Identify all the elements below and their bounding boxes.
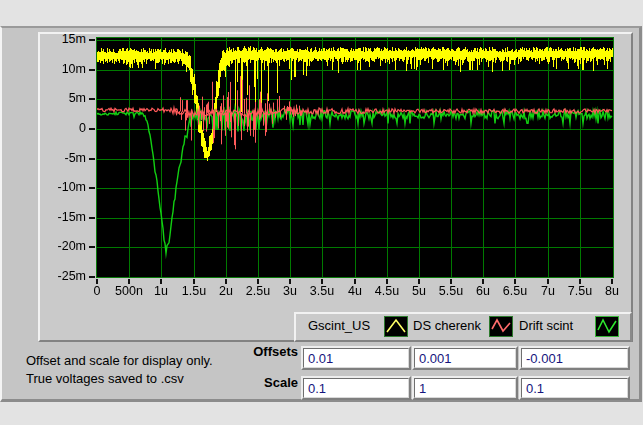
red-line-icon — [490, 317, 512, 336]
legend-plot-glyph-gscint-us[interactable] — [384, 316, 408, 337]
scale-input-ds-cherenk[interactable] — [414, 378, 516, 398]
y-tick-label: -20m — [30, 239, 86, 255]
offset-input-ds-cherenk[interactable] — [414, 348, 516, 368]
offset-input-gscint-us[interactable] — [303, 348, 409, 368]
display-note: Offset and scale for display only. True … — [26, 352, 213, 388]
x-tick-label: 8u — [590, 284, 634, 299]
y-tick-label: -25m — [30, 269, 86, 285]
note-line-1: Offset and scale for display only. — [26, 352, 213, 370]
legend-label-drift-scint[interactable]: Drift scint — [519, 318, 573, 333]
y-tick-label: -5m — [30, 151, 86, 167]
legend-label-gscint-us[interactable]: Gscint_US — [308, 318, 370, 333]
scale-field-3-frame — [519, 376, 630, 400]
y-tick-label: 15m — [30, 32, 86, 48]
green-line-icon — [596, 317, 618, 336]
y-tick-label: 10m — [30, 62, 86, 78]
note-line-2: True voltages saved to .csv — [26, 370, 213, 388]
waveform-plot-area — [88, 37, 615, 286]
scale-input-drift-scint[interactable] — [521, 378, 628, 398]
y-tick-label: 5m — [30, 91, 86, 107]
scale-field-1-frame — [301, 376, 411, 400]
legend-label-ds-cherenk[interactable]: DS cherenk — [413, 318, 481, 333]
scale-field-2-frame — [412, 376, 518, 400]
yellow-line-icon — [385, 317, 407, 336]
front-panel-window: 15m10m5m0-5m-10m-15m-20m-25m 0500n1u1.5u… — [0, 0, 643, 425]
offset-field-3-frame — [519, 346, 630, 370]
offset-input-drift-scint[interactable] — [521, 348, 628, 368]
legend-plot-glyph-ds-cherenk[interactable] — [489, 316, 513, 337]
y-tick-label: 0 — [30, 121, 86, 137]
scale-input-gscint-us[interactable] — [303, 378, 409, 398]
legend-plot-glyph-drift-scint[interactable] — [595, 316, 619, 337]
plot-legend: Gscint_US DS cherenk Drift scint — [294, 312, 632, 342]
y-tick-label: -15m — [30, 210, 86, 226]
offset-field-2-frame — [412, 346, 518, 370]
offset-field-1-frame — [301, 346, 411, 370]
y-tick-label: -10m — [30, 180, 86, 196]
